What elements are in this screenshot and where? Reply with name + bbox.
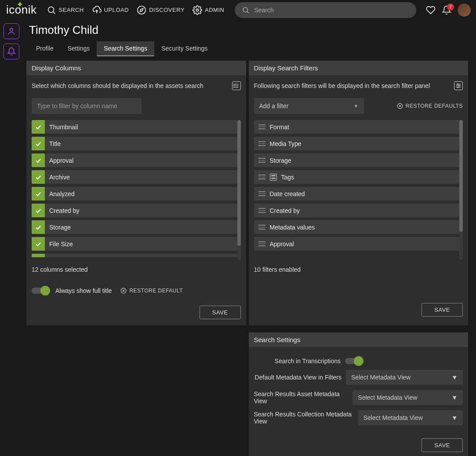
column-item[interactable]: Storage <box>32 220 237 234</box>
nav-discovery-label: DISCOVERY <box>149 7 185 13</box>
transcriptions-toggle[interactable] <box>345 358 363 364</box>
column-item[interactable] <box>32 254 237 257</box>
scrollbar[interactable] <box>237 120 241 260</box>
rail-notifications-button[interactable] <box>4 44 19 59</box>
global-search[interactable] <box>235 2 416 18</box>
checkbox-checked[interactable] <box>32 254 45 257</box>
drag-handle-icon[interactable] <box>258 175 265 179</box>
global-search-input[interactable] <box>254 7 409 14</box>
column-label: File Size <box>45 241 73 248</box>
panel-header: Display Columns <box>26 61 246 75</box>
asset-meta-select[interactable]: Select Metadata View ▼ <box>352 390 463 405</box>
column-label: Storage <box>45 224 71 231</box>
nav-discovery[interactable]: DISCOVERY <box>137 5 185 15</box>
svg-point-20 <box>459 85 460 86</box>
column-item[interactable]: Created by <box>32 204 237 217</box>
filter-item[interactable]: Media Type <box>254 137 460 150</box>
collection-meta-select[interactable]: Select Metadata View ▼ <box>358 410 463 425</box>
checkbox-checked[interactable] <box>32 153 45 167</box>
drag-handle-icon[interactable] <box>258 124 265 129</box>
nav-search-label: SEARCH <box>59 7 84 13</box>
checkbox-checked[interactable] <box>32 237 45 251</box>
save-filters-button[interactable]: SAVE <box>421 303 463 317</box>
logo[interactable]: ic✦onik <box>6 3 37 17</box>
nav-upload[interactable]: UPLOAD <box>92 5 129 15</box>
nav-admin[interactable]: ADMIN <box>193 5 224 15</box>
checkbox-checked[interactable] <box>32 170 45 184</box>
checkbox-checked[interactable] <box>32 137 45 150</box>
display-filters-panel: Display Search Filters Following search … <box>249 61 469 325</box>
checkbox-checked[interactable] <box>32 220 45 234</box>
tab-profile[interactable]: Profile <box>29 41 61 56</box>
svg-point-18 <box>457 84 458 84</box>
filter-item[interactable]: Storage <box>254 153 460 167</box>
list-icon <box>270 174 277 181</box>
checkbox-checked[interactable] <box>32 120 45 134</box>
add-filter-select[interactable]: Add a filter ▼ <box>254 98 364 114</box>
svg-line-6 <box>247 11 249 13</box>
column-item[interactable]: Title <box>32 137 237 150</box>
tab-search-settings[interactable]: Search Settings <box>97 41 154 56</box>
column-label: Title <box>45 140 61 147</box>
favorites-button[interactable] <box>426 5 436 15</box>
drag-handle-icon[interactable] <box>258 191 265 196</box>
search-settings-panel: Search Settings Search in Transcriptions… <box>249 332 469 456</box>
drag-handle-icon[interactable] <box>258 208 265 213</box>
default-meta-select[interactable]: Select Metadata View ▼ <box>346 370 463 385</box>
notifications-button[interactable]: 7 <box>442 5 451 15</box>
scrollbar[interactable] <box>459 120 463 260</box>
drag-handle-icon[interactable] <box>258 141 265 146</box>
column-filter-input[interactable] <box>32 98 142 114</box>
column-item[interactable]: File Size <box>32 237 237 251</box>
column-item[interactable]: Analyzed <box>32 187 237 201</box>
search-icon <box>242 6 250 14</box>
svg-line-1 <box>53 12 55 14</box>
rail-user-button[interactable] <box>4 23 19 39</box>
filter-item[interactable]: Approval <box>254 237 460 251</box>
checkbox-checked[interactable] <box>32 187 45 201</box>
column-item[interactable]: Thumbnail <box>32 120 237 134</box>
drag-handle-icon[interactable] <box>258 158 265 163</box>
svg-point-5 <box>243 7 248 12</box>
restore-default-link[interactable]: RESTORE DEFAULT <box>120 288 183 294</box>
restore-defaults-label: RESTORE DEFAULTS <box>406 103 463 109</box>
drag-handle-icon[interactable] <box>258 225 265 230</box>
save-columns-button[interactable]: SAVE <box>200 306 241 319</box>
avatar[interactable] <box>458 4 471 17</box>
filter-label: Created by <box>270 207 300 214</box>
tab-settings[interactable]: Settings <box>61 41 97 56</box>
restore-defaults-link[interactable]: RESTORE DEFAULTS <box>397 103 463 109</box>
column-item[interactable]: Archive <box>32 170 237 184</box>
columns-icon[interactable] <box>232 81 241 90</box>
tab-security-settings[interactable]: Security Settings <box>154 41 214 56</box>
filters-count: 10 filters enabled <box>254 266 463 273</box>
notification-badge: 7 <box>447 4 454 11</box>
nav-search[interactable]: SEARCH <box>47 5 84 15</box>
page-title: Timothy Child <box>29 23 468 37</box>
filter-item[interactable]: Metadata values <box>254 220 460 234</box>
default-meta-label: Default Metadata View in Filters <box>255 374 342 381</box>
display-columns-panel: Display Columns Select which columns sho… <box>26 61 246 325</box>
filter-item[interactable]: Format <box>254 120 460 134</box>
svg-point-0 <box>48 7 54 12</box>
column-label: Approval <box>45 157 73 164</box>
panel-header: Display Search Filters <box>249 61 469 75</box>
search-icon <box>47 5 56 15</box>
full-title-toggle[interactable] <box>32 288 50 294</box>
filter-item[interactable]: Created by <box>254 204 460 217</box>
chevron-down-icon: ▼ <box>354 103 359 109</box>
filter-item[interactable]: Tags <box>254 170 460 184</box>
restore-icon <box>120 288 127 294</box>
filter-label: Tags <box>281 174 294 181</box>
column-item[interactable]: Approval <box>32 153 237 167</box>
checkbox-checked[interactable] <box>32 204 45 217</box>
column-label: Archive <box>45 174 70 181</box>
save-search-settings-button[interactable]: SAVE <box>421 438 463 452</box>
filter-item[interactable]: Date created <box>254 187 460 201</box>
column-label: Analyzed <box>45 190 75 197</box>
bell-icon <box>7 47 16 56</box>
sliders-icon[interactable] <box>454 81 463 90</box>
filter-label: Media Type <box>270 140 302 147</box>
panel-description: Following search filters will be display… <box>254 82 430 89</box>
drag-handle-icon[interactable] <box>258 241 265 246</box>
